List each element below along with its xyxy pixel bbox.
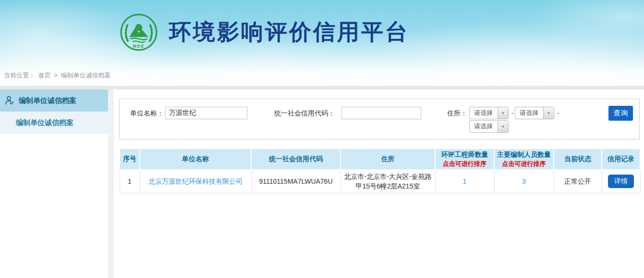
sidebar-main-gap	[108, 89, 114, 278]
sidebar-item-credit-archive[interactable]: 编制单位诚信档案	[0, 112, 108, 134]
sidebar-section-credit-archive[interactable]: 编制单位诚信档案	[0, 89, 108, 112]
sidebar: 编制单位诚信档案 编制单位诚信档案	[0, 89, 108, 278]
row-index: 1	[120, 170, 140, 193]
province-select-value: 请选择	[474, 107, 493, 119]
breadcrumb-current: 编制单位诚信档案	[61, 72, 110, 79]
col-header-engineer-count[interactable]: 环评工程师数量 点击可进行排序	[435, 149, 494, 170]
address-label: 住所：	[447, 107, 467, 119]
col-header-editor-count[interactable]: 主要编制人员数量 点击可进行排序	[494, 149, 554, 170]
breadcrumb-separator: >	[54, 72, 58, 79]
city-select-value: 请选择	[520, 107, 538, 119]
col-header-credit-record: 信用记录	[602, 149, 640, 170]
user-check-icon	[4, 95, 15, 106]
col-header-address: 住所	[340, 149, 435, 170]
row-status: 正常公开	[554, 170, 602, 193]
results-table: 序号 单位名称 统一社会信用代码 住所 环评工程师数量 点击可进行排序 主要编制…	[119, 148, 641, 193]
province-select[interactable]: 请选择 ▼	[469, 107, 509, 119]
credit-code-label: 统一社会信用代码：	[274, 107, 335, 119]
search-panel: 单位名称： 统一社会信用代码： 住所： 请选择 ▼ - 请选择 ▼ - 请选择 …	[119, 99, 640, 139]
editor-sort-hint[interactable]: 点击可进行排序	[496, 160, 552, 168]
chevron-down-icon[interactable]: ▼	[498, 107, 508, 119]
mee-logo: MEE	[119, 13, 158, 52]
sidebar-section-label: 编制单位诚信档案	[19, 96, 76, 105]
site-header: MEE 环境影响评价信用平台 当前位置： 首页 > 编制单位诚信档案	[0, 0, 644, 86]
query-button[interactable]: 查询	[608, 106, 633, 121]
district-select-value: 请选择	[474, 121, 493, 132]
header-divider	[0, 86, 644, 89]
address-dash-2: -	[557, 107, 559, 119]
breadcrumb-label: 当前位置：	[4, 72, 35, 79]
col-header-status: 当前状态	[554, 149, 602, 170]
col-header-engineer-count-label: 环评工程师数量	[441, 151, 488, 158]
editor-count-link[interactable]: 3	[522, 177, 526, 185]
page: MEE 环境影响评价信用平台 当前位置： 首页 > 编制单位诚信档案 编制单位诚…	[0, 0, 644, 278]
main-content: 单位名称： 统一社会信用代码： 住所： 请选择 ▼ - 请选择 ▼ - 请选择 …	[114, 89, 644, 278]
row-credit-code: 91110115MA7LWUA76U	[251, 170, 340, 193]
logo-caption: MEE	[133, 44, 145, 49]
sidebar-item-label: 编制单位诚信档案	[16, 118, 73, 127]
content-layout: 编制单位诚信档案 编制单位诚信档案 单位名称： 统一社会信用代码： 住所： 请选…	[0, 89, 644, 278]
city-select[interactable]: 请选择 ▼	[515, 107, 554, 119]
engineer-count-link[interactable]: 1	[463, 177, 467, 185]
address-dash-1: -	[511, 107, 514, 119]
breadcrumb-home-link[interactable]: 首页	[38, 72, 51, 79]
detail-button[interactable]: 详情	[608, 175, 634, 188]
page-title: 环境影响评价信用平台	[169, 17, 409, 47]
company-link[interactable]: 北京万源世纪环保科技有限公司	[148, 177, 243, 185]
chevron-down-icon[interactable]: ▼	[543, 107, 554, 119]
chevron-down-icon[interactable]: ▼	[498, 121, 508, 132]
company-name-input[interactable]	[165, 107, 247, 119]
col-header-company: 单位名称	[140, 149, 251, 170]
engineer-sort-hint[interactable]: 点击可进行排序	[437, 160, 493, 168]
table-header-row: 序号 单位名称 统一社会信用代码 住所 环评工程师数量 点击可进行排序 主要编制…	[120, 149, 640, 170]
company-name-label: 单位名称：	[130, 107, 164, 119]
col-header-editor-count-label: 主要编制人员数量	[497, 151, 551, 158]
breadcrumb: 当前位置： 首页 > 编制单位诚信档案	[4, 71, 112, 80]
row-address: 北京市-北京市-大兴区-金苑路甲15号6幢2层A215室	[340, 170, 435, 193]
col-header-index: 序号	[120, 149, 140, 170]
col-header-credit-code: 统一社会信用代码	[251, 149, 340, 170]
table-row: 1 北京万源世纪环保科技有限公司 91110115MA7LWUA76U 北京市-…	[120, 170, 640, 193]
credit-code-input[interactable]	[341, 107, 421, 119]
district-select[interactable]: 请选择 ▼	[469, 120, 509, 133]
